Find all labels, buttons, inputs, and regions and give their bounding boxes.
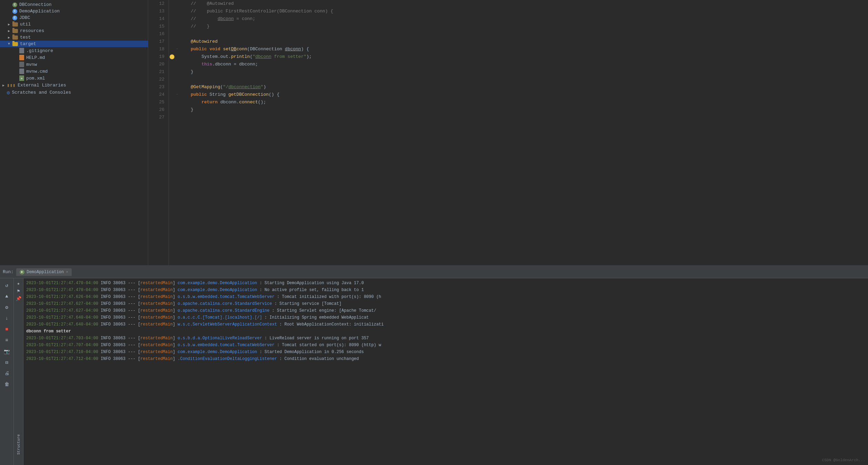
log-area: 2023-10-01T21:27:47.470-04:00 INFO 38063… bbox=[23, 278, 868, 465]
structure-label[interactable]: Structure bbox=[17, 424, 21, 465]
log-line: 2023-10-01T21:27:47.470-04:00 INFO 38063… bbox=[26, 280, 865, 287]
log-line: 2023-10-01T21:27:47.710-04:00 INFO 38063… bbox=[26, 349, 865, 355]
sidebar-item-mvnw[interactable]: mvnw bbox=[0, 61, 148, 68]
pin-button[interactable]: ⊟ bbox=[2, 358, 12, 367]
log-line: 2023-10-01T21:27:47.626-04:00 INFO 38063… bbox=[26, 293, 865, 300]
run-toolbar: ↺ ▲ ⚙ ↓ ■ ≡ 📷 ⊟ 🖨 🗑 bbox=[0, 278, 14, 465]
scroll-up-button[interactable]: ▲ bbox=[2, 291, 12, 301]
chevron-icon bbox=[7, 29, 11, 33]
bookmark-btn-2[interactable]: ⚑ bbox=[15, 287, 22, 295]
sidebar-item-test[interactable]: test bbox=[0, 34, 148, 41]
code-line-18: ◦ public void setDBconn(DBConnection dbc… bbox=[174, 45, 868, 53]
sidebar-item-target[interactable]: target bbox=[0, 41, 148, 47]
code-line-24: ◦ public String getDBConnection() { bbox=[174, 91, 868, 99]
sidebar-item-pomxml[interactable]: m pom.xml bbox=[0, 75, 148, 82]
chevron-icon bbox=[7, 22, 11, 27]
clear-button[interactable]: 🗑 bbox=[2, 380, 12, 389]
watermark: CSDN @GoldenArch... bbox=[822, 458, 865, 462]
sidebar-item-resources[interactable]: resources bbox=[0, 28, 148, 34]
sidebar-item-mvnwcmd[interactable]: mvnw.cmd bbox=[0, 68, 148, 75]
sidebar: C DBConnection C DemoApplication C JDBC … bbox=[0, 0, 148, 265]
code-line-19: System.out.println("dbconn from setter")… bbox=[174, 53, 868, 61]
run-tab-demoapplication[interactable]: ▶ DemoApplication × bbox=[16, 268, 72, 276]
toggle-layout-button[interactable]: ≡ bbox=[2, 335, 12, 345]
file-icon-gitignore bbox=[19, 48, 24, 53]
code-line-23: @GetMapping("/dbconnection") bbox=[174, 83, 868, 91]
chevron-down-icon bbox=[7, 42, 11, 46]
rerun-button[interactable]: ↺ bbox=[2, 280, 12, 290]
folder-icon-target bbox=[12, 42, 18, 46]
bottom-panel: Run: ▶ DemoApplication × ↺ ▲ ⚙ ↓ ■ ≡ 📷 ⊟… bbox=[0, 265, 868, 465]
scratches-icon: ◎ bbox=[7, 90, 10, 95]
camera-button[interactable]: 📷 bbox=[2, 347, 12, 356]
libraries-icon: ▮▮▮ bbox=[7, 82, 16, 88]
code-line-21: } bbox=[174, 68, 868, 76]
sidebar-item-dbconnection[interactable]: C DBConnection bbox=[0, 1, 148, 8]
code-lines: // @Autowired // public FirstRestControl… bbox=[169, 0, 868, 265]
sidebar-item-demoapplication[interactable]: C DemoApplication bbox=[0, 8, 148, 14]
tab-run-icon: ▶ bbox=[20, 270, 24, 275]
folder-icon-resources bbox=[12, 29, 18, 33]
log-line: 2023-10-01T21:27:47.703-04:00 INFO 38063… bbox=[26, 335, 865, 342]
settings-button[interactable]: ⚙ bbox=[2, 302, 12, 312]
log-line: dbconn from setter bbox=[26, 328, 865, 335]
code-line-15: // } bbox=[174, 23, 868, 30]
code-line-13: // public FirstRestController(DBConnecti… bbox=[174, 8, 868, 15]
sidebar-item-util[interactable]: util bbox=[0, 21, 148, 28]
folder-icon-util bbox=[12, 22, 18, 27]
run-panel-body: ↺ ▲ ⚙ ↓ ■ ≡ 📷 ⊟ 🖨 🗑 ★ ⚑ 📌 Structure 2023… bbox=[0, 278, 868, 465]
log-line: 2023-10-01T21:27:47.627-04:00 INFO 38063… bbox=[26, 307, 865, 314]
stop-button[interactable]: ■ bbox=[2, 324, 12, 334]
sidebar-item-jdbc[interactable]: C JDBC bbox=[0, 14, 148, 21]
code-line-12: // @Autowired bbox=[174, 0, 868, 8]
close-icon[interactable]: × bbox=[66, 270, 68, 274]
log-line: 2023-10-01T21:27:47.707-04:00 INFO 38063… bbox=[26, 342, 865, 349]
sidebar-item-gitignore[interactable]: .gitignore bbox=[0, 47, 148, 54]
file-icon-mvnwcmd bbox=[19, 69, 24, 74]
code-line-20: this.dbconn = dbconn; bbox=[174, 61, 868, 68]
main-area: C DBConnection C DemoApplication C JDBC … bbox=[0, 0, 868, 265]
bookmark-btn-3[interactable]: 📌 bbox=[15, 295, 22, 302]
file-icon-pomxml: m bbox=[19, 75, 24, 81]
sidebar-item-external-libraries[interactable]: ▮▮▮ External Libraries bbox=[0, 82, 148, 89]
code-content: 12 13 14 15 16 17 18 19 20 21 22 23 24 2… bbox=[148, 0, 868, 265]
bookmark-btn-1[interactable]: ★ bbox=[15, 280, 22, 287]
log-line: 2023-10-01T21:27:47.640-04:00 INFO 38063… bbox=[26, 321, 865, 328]
scroll-down-button[interactable]: ↓ bbox=[2, 313, 12, 323]
code-line-25: return dbconn.connect(); bbox=[174, 99, 868, 106]
run-tabs: Run: ▶ DemoApplication × bbox=[0, 266, 868, 278]
code-line-22 bbox=[174, 76, 868, 83]
print-button[interactable]: 🖨 bbox=[2, 369, 12, 378]
sidebar-item-helpmd[interactable]: HELP.md bbox=[0, 54, 148, 61]
log-line: 2023-10-01T21:27:47.640-04:00 INFO 38063… bbox=[26, 314, 865, 321]
code-line-14: // dbconn = conn; bbox=[174, 15, 868, 23]
code-line-26: } bbox=[174, 106, 868, 114]
line-numbers: 12 13 14 15 16 17 18 19 20 21 22 23 24 2… bbox=[148, 0, 169, 265]
file-icon-mvnw bbox=[19, 62, 24, 67]
code-line-27 bbox=[174, 114, 868, 121]
run-label: Run: bbox=[3, 269, 13, 275]
class-icon-jdbc: C bbox=[12, 16, 17, 20]
log-line: 2023-10-01T21:27:47.712-04:00 INFO 38063… bbox=[26, 355, 865, 362]
tab-label: DemoApplication bbox=[27, 270, 64, 275]
code-line-17: @Autowired bbox=[174, 38, 868, 45]
log-line: 2023-10-01T21:27:47.470-04:00 INFO 38063… bbox=[26, 287, 865, 293]
chevron-icon bbox=[7, 35, 11, 40]
log-line: 2023-10-01T21:27:47.627-04:00 INFO 38063… bbox=[26, 300, 865, 307]
sidebar-item-scratches-consoles[interactable]: ◎ Scratches and Consoles bbox=[0, 89, 148, 96]
editor-area: 12 13 14 15 16 17 18 19 20 21 22 23 24 2… bbox=[148, 0, 868, 265]
class-icon-demoapplication: C bbox=[12, 9, 17, 14]
folder-icon-test bbox=[12, 35, 18, 40]
chevron-icon bbox=[1, 83, 6, 87]
file-icon-helpmd bbox=[19, 55, 24, 60]
left-side-panel: ★ ⚑ 📌 Structure bbox=[14, 278, 23, 465]
code-line-16 bbox=[174, 30, 868, 38]
class-icon-dbconnection: C bbox=[12, 2, 17, 7]
